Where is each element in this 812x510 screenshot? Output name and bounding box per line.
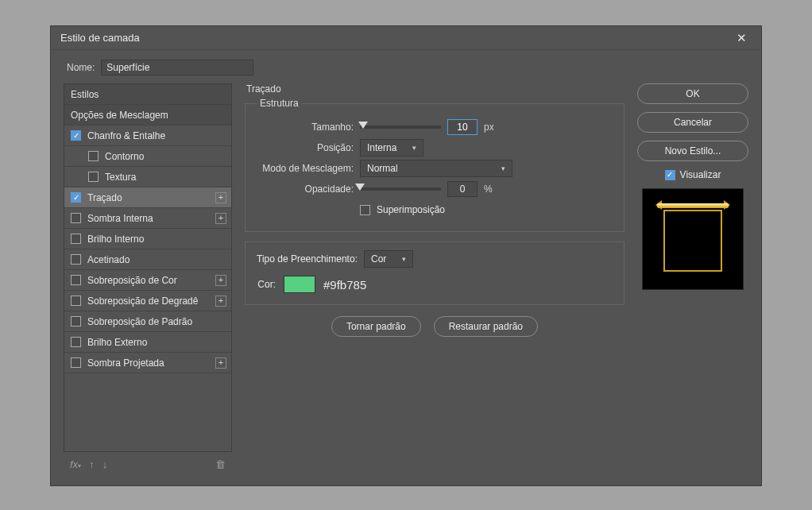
checkbox-sobrep-padrao[interactable] bbox=[71, 316, 81, 326]
fill-type-dropdown[interactable]: Cor ▾ bbox=[364, 250, 413, 268]
make-default-button[interactable]: Tornar padrão bbox=[331, 316, 421, 337]
add-icon[interactable]: + bbox=[215, 275, 226, 286]
checkbox-sombra-interna[interactable] bbox=[71, 213, 81, 223]
styles-header-row[interactable]: Estilos bbox=[64, 84, 231, 105]
checkbox-sobrep-degrade[interactable] bbox=[71, 296, 81, 306]
tamanho-label: Tamanho: bbox=[257, 122, 354, 133]
checkbox-textura[interactable] bbox=[88, 172, 99, 182]
posicao-value: Interna bbox=[367, 142, 396, 153]
style-label: Traçado bbox=[87, 192, 122, 203]
style-label: Sobreposição de Degradê bbox=[87, 296, 198, 307]
cancel-button[interactable]: Cancelar bbox=[637, 112, 748, 133]
blend-options-label: Opções de Mesclagem bbox=[71, 110, 168, 121]
new-style-button[interactable]: Novo Estilo... bbox=[637, 141, 748, 161]
opacidade-slider[interactable] bbox=[360, 187, 441, 191]
style-textura[interactable]: Textura bbox=[64, 167, 231, 187]
style-label: Chanfro & Entalhe bbox=[87, 130, 165, 141]
settings-panel: Traçado Estrutura Tamanho: px P bbox=[245, 83, 624, 476]
style-label: Sombra Projetada bbox=[87, 357, 164, 369]
checkbox-brilho-interno[interactable] bbox=[71, 234, 81, 244]
style-sombra-projetada[interactable]: Sombra Projetada + bbox=[64, 353, 231, 373]
superimposicao-row: Superimposição bbox=[257, 199, 613, 220]
checkbox-chanfro[interactable] bbox=[71, 130, 81, 141]
visualize-checkbox[interactable] bbox=[665, 170, 675, 180]
checkbox-brilho-externo[interactable] bbox=[71, 337, 81, 347]
posicao-label: Posição: bbox=[257, 142, 354, 153]
styles-footer: fx▾ ↑ ↓ 🗑 bbox=[64, 452, 232, 476]
estrutura-section: Estrutura Tamanho: px Posição: bbox=[245, 98, 624, 232]
style-brilho-interno[interactable]: Brilho Interno bbox=[64, 229, 231, 249]
styles-header-label: Estilos bbox=[71, 89, 99, 100]
checkbox-sombra-projetada[interactable] bbox=[71, 357, 81, 368]
style-sobrep-padrao[interactable]: Sobreposição de Padrão bbox=[64, 311, 231, 332]
style-sombra-interna[interactable]: Sombra Interna + bbox=[64, 208, 231, 229]
checkbox-acetinado[interactable] bbox=[71, 254, 81, 265]
layer-style-dialog: Estilo de camada ✕ Nome: Estilos Opções … bbox=[50, 25, 762, 486]
style-label: Sobreposição de Cor bbox=[87, 275, 177, 286]
add-icon[interactable]: + bbox=[215, 296, 226, 307]
close-button[interactable]: ✕ bbox=[732, 29, 752, 47]
move-down-icon[interactable]: ↓ bbox=[102, 458, 108, 470]
style-brilho-externo[interactable]: Brilho Externo bbox=[64, 332, 231, 353]
styles-list: Estilos Opções de Mesclagem Chanfro & En… bbox=[64, 83, 232, 452]
opacidade-unit: % bbox=[484, 184, 493, 195]
chevron-down-icon: ▾ bbox=[412, 144, 416, 152]
style-contorno[interactable]: Contorno bbox=[64, 146, 231, 167]
fill-section: Tipo de Preenchimento: Cor ▾ Cor: #9fb78… bbox=[245, 241, 624, 305]
chevron-down-icon: ▾ bbox=[501, 164, 505, 172]
tamanho-row: Tamanho: px bbox=[257, 117, 613, 137]
style-label: Sobreposição de Padrão bbox=[87, 316, 192, 327]
checkbox-sobrep-cor[interactable] bbox=[71, 275, 81, 285]
tamanho-unit: px bbox=[484, 122, 494, 133]
fill-type-value: Cor bbox=[371, 253, 386, 265]
style-label: Contorno bbox=[105, 151, 144, 162]
mesclagem-dropdown[interactable]: Normal ▾ bbox=[360, 160, 512, 177]
checkbox-contorno[interactable] bbox=[88, 151, 99, 161]
style-tracado[interactable]: Traçado + bbox=[64, 187, 231, 208]
style-label: Textura bbox=[105, 172, 136, 183]
tamanho-slider[interactable] bbox=[360, 126, 441, 129]
fill-label: Tipo de Preenchimento: bbox=[257, 253, 358, 265]
color-swatch[interactable] bbox=[284, 276, 315, 293]
ok-button[interactable]: OK bbox=[637, 83, 748, 104]
tamanho-input[interactable] bbox=[447, 119, 478, 135]
name-input[interactable] bbox=[101, 60, 253, 75]
chevron-down-icon: ▾ bbox=[402, 255, 406, 263]
style-sobrep-degrade[interactable]: Sobreposição de Degradê + bbox=[64, 291, 231, 311]
main-columns: Estilos Opções de Mesclagem Chanfro & En… bbox=[64, 83, 748, 476]
name-label: Nome: bbox=[67, 62, 95, 73]
add-icon[interactable]: + bbox=[215, 357, 226, 369]
tracado-section: Traçado Estrutura Tamanho: px P bbox=[245, 83, 624, 337]
dialog-title: Estilo de camada bbox=[60, 32, 140, 44]
superimposicao-checkbox[interactable] bbox=[360, 205, 370, 215]
add-icon[interactable]: + bbox=[215, 213, 226, 224]
preview-shape bbox=[663, 210, 722, 272]
name-row: Nome: bbox=[67, 60, 748, 75]
style-sobrep-cor[interactable]: Sobreposição de Cor + bbox=[64, 270, 231, 291]
cor-hex: #9fb785 bbox=[323, 278, 366, 292]
titlebar: Estilo de camada ✕ bbox=[51, 26, 761, 50]
blend-options-row[interactable]: Opções de Mesclagem bbox=[64, 105, 231, 126]
cor-row: Cor: #9fb785 bbox=[257, 276, 613, 293]
opacidade-input[interactable] bbox=[447, 181, 478, 197]
style-label: Brilho Externo bbox=[87, 337, 147, 348]
checkbox-tracado[interactable] bbox=[71, 192, 81, 203]
style-bevel-emboss[interactable]: Chanfro & Entalhe bbox=[64, 126, 231, 146]
posicao-row: Posição: Interna ▾ bbox=[257, 137, 613, 158]
style-label: Brilho Interno bbox=[87, 234, 144, 245]
mesclagem-label: Modo de Mesclagem: bbox=[257, 163, 354, 174]
dialog-body: Nome: Estilos Opções de Mesclagem Chanfr… bbox=[51, 50, 761, 485]
move-up-icon[interactable]: ↑ bbox=[89, 458, 95, 470]
mesclagem-row: Modo de Mesclagem: Normal ▾ bbox=[257, 158, 613, 179]
style-label: Acetinado bbox=[87, 254, 130, 265]
fx-menu-icon[interactable]: fx▾ bbox=[70, 458, 81, 470]
posicao-dropdown[interactable]: Interna ▾ bbox=[360, 139, 423, 156]
trash-icon[interactable]: 🗑 bbox=[215, 458, 226, 470]
style-acetinado[interactable]: Acetinado bbox=[64, 249, 231, 270]
mesclagem-value: Normal bbox=[367, 163, 398, 174]
superimposicao-label: Superimposição bbox=[377, 204, 445, 215]
restore-default-button[interactable]: Restaurar padrão bbox=[434, 316, 538, 337]
add-icon[interactable]: + bbox=[215, 192, 226, 203]
visualize-row[interactable]: Visualizar bbox=[665, 169, 721, 180]
right-panel: OK Cancelar Novo Estilo... Visualizar bbox=[637, 83, 748, 476]
